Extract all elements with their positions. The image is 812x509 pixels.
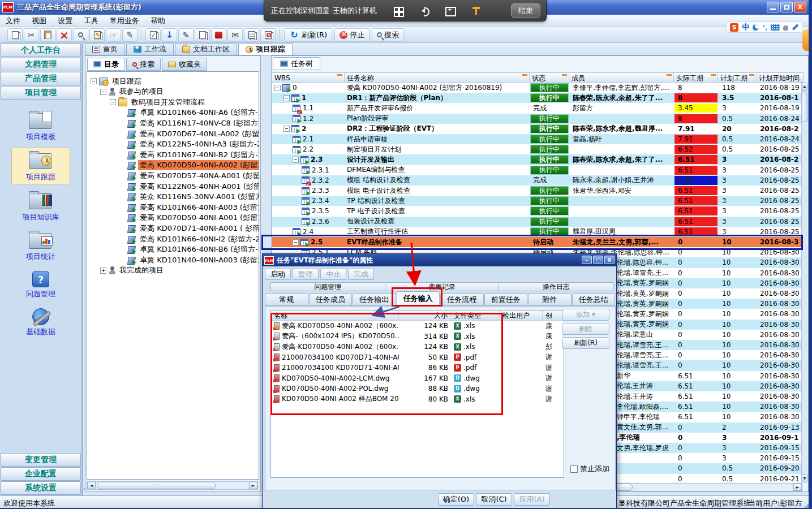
dialog-tab[interactable]: 附件	[528, 294, 572, 306]
toolbar-button-delete[interactable]	[57, 28, 72, 42]
pin-icon[interactable]	[471, 6, 482, 16]
language-indicator[interactable]: 中	[742, 22, 749, 32]
table-row[interactable]: 1.2Plan阶段评审执行中80.52016-08-24	[272, 114, 804, 124]
tree-node[interactable]: 卓翼 KD101N40-40NI-A003 (彭留方-20	[119, 255, 259, 265]
checkbox-icon[interactable]	[570, 465, 578, 473]
table-row[interactable]: 2.3.6包装设计及检查执行中6.5132016-08-25	[272, 217, 804, 227]
tree-node[interactable]: 数码项目开发管理流程	[110, 97, 207, 107]
file-column-header[interactable]: 名称	[271, 310, 399, 321]
dialog-close-button[interactable]: X	[604, 256, 615, 264]
toolbar-button-note[interactable]	[89, 28, 105, 42]
tree-node[interactable]: 爱高 KD122N5-40NH-A3 (彭留方-20160	[119, 139, 259, 150]
sidebar-item[interactable]: 项目跟踪	[11, 148, 70, 184]
column-header[interactable]: 成员	[569, 73, 674, 83]
tree-node[interactable]: 爱高 KD101N66-40NI-A003 (彭留方-20	[119, 202, 259, 213]
dialog-tab[interactable]: 任务成员	[309, 294, 353, 306]
scroll-up-icon[interactable]: ▲	[802, 83, 807, 90]
toolbar-button-find[interactable]	[73, 28, 88, 42]
toolbar-button-cut[interactable]	[24, 28, 39, 42]
sidebar-item[interactable]: 基础数据	[11, 305, 70, 339]
menu-item[interactable]: 视图	[26, 15, 52, 27]
scrollbar-thumb[interactable]	[802, 92, 807, 122]
dialog-tab[interactable]: 问题管理	[270, 282, 385, 291]
sidebar-section[interactable]: 企业配置	[1, 467, 81, 481]
tree-node[interactable]: 项目跟踪	[91, 76, 143, 87]
column-header[interactable]: 状态	[530, 73, 569, 83]
sidebar-item[interactable]: 项目知识库	[11, 188, 70, 224]
tree-node[interactable]: 爱高 KD070D50-40NI-A002 (彭留方-20	[119, 160, 259, 171]
volume-icon[interactable]	[419, 6, 430, 16]
dialog-tab[interactable]: 前置任务	[484, 294, 528, 306]
resize-grip[interactable]	[804, 501, 811, 508]
tree-tab-monitor[interactable]: 目录	[87, 58, 125, 71]
file-row[interactable]: KD070D50-40NI-A002-POL.dwg88 KBD.dwg谢	[271, 383, 564, 394]
toolbar-button-download[interactable]	[162, 28, 177, 42]
toolbar-button-edit[interactable]	[178, 28, 194, 42]
tree-node[interactable]: 英众 KD116N5-30NV-A001 (彭留方-201	[119, 192, 259, 202]
toolbar-button-copy-doc[interactable]	[195, 28, 210, 42]
table-row[interactable]: 2.3.2模组 结构设计及检查完成陈永求,余超,谢小娟,王井涛0.4632016…	[272, 175, 804, 186]
column-header[interactable]: WBS	[272, 73, 345, 83]
dialog-tab[interactable]: 常规	[265, 294, 308, 306]
scroll-down-icon[interactable]: ▼	[802, 475, 807, 482]
column-header[interactable]: 计划工期	[718, 73, 757, 83]
workspace-tab[interactable]: 项目跟踪	[238, 43, 293, 55]
end-remote-control-button[interactable]: 结束	[511, 3, 540, 18]
sidebar-item[interactable]: ?问题管理	[11, 268, 70, 301]
tab-task-tree[interactable]: 任务树	[273, 57, 320, 70]
table-row[interactable]: 2.3.1DFMEA编制与检查执行中6.5132016-08-25	[272, 165, 804, 175]
file-row[interactable]: 爱高-（600x1024 IPS）KD070D50...314 KBX.xls康	[271, 331, 564, 342]
tree-node[interactable]: 爱高 KD070D67-40NL-A002 (彭留方-2	[119, 128, 259, 139]
tree-tab-search[interactable]: 搜索	[126, 58, 161, 71]
menu-item[interactable]: 设置	[52, 15, 78, 27]
scroll-right-icon[interactable]: ►	[793, 484, 802, 491]
row-expander-icon[interactable]	[293, 157, 299, 163]
keyboard-icon[interactable]	[771, 24, 780, 31]
tree-node[interactable]: 爱高 KD101N66-40NI-I2 (彭留方-201	[119, 234, 259, 244]
tree-node[interactable]: 我完成的项目	[100, 265, 165, 276]
column-header[interactable]: 实际工期	[674, 73, 718, 83]
sidebar-section[interactable]: 变更管理	[1, 453, 81, 467]
dialog-tab[interactable]: 任务流程	[440, 294, 484, 306]
punct-icon[interactable]	[762, 23, 767, 31]
file-column-header[interactable]: 检出用户	[500, 310, 543, 321]
toolbar-button-paste[interactable]	[40, 28, 55, 42]
sidebar-section[interactable]: 项目管理	[1, 86, 81, 100]
forbid-add-checkbox[interactable]: 禁止添加	[570, 464, 609, 474]
tree-expander-icon[interactable]	[91, 78, 97, 84]
toolbar-button-search-glass[interactable]: 搜索	[372, 28, 404, 42]
workspace-tab[interactable]: 工作流	[126, 43, 174, 55]
sidebar-section[interactable]: 产品管理	[1, 72, 81, 85]
table-row[interactable]: 2.3.4TP 结构设计及检查执行中6.5132016-08-25	[272, 196, 804, 206]
tree-node[interactable]: 卓翼 KD101N66-40NI-B6 (彭留方-2016	[119, 244, 259, 255]
tree-node[interactable]: 爱高 KD101N67-40NI-B2 (彭留方-2016	[119, 149, 259, 160]
table-row[interactable]: 2.3.3模组 电子设计及检查执行中张君华,张西洋,邓安6.5132016-08…	[272, 186, 804, 196]
file-column-header[interactable]: 文件类型	[451, 310, 500, 321]
sogou-icon[interactable]: S	[730, 23, 738, 32]
toolbar-button-signature[interactable]	[122, 28, 138, 42]
table-row[interactable]: 2DR2：工程验证阶段（EVT）执行中陈春荣,陈永求,余超,魏君厚...7.91…	[272, 124, 804, 134]
sidebar-item[interactable]: 项目模板	[11, 108, 70, 144]
scroll-left-icon[interactable]: ◄	[87, 482, 96, 489]
row-expander-icon[interactable]	[274, 85, 281, 91]
tree-expander-icon[interactable]	[100, 89, 106, 95]
toolbar-button-doc-text[interactable]	[244, 28, 259, 42]
screens-icon[interactable]	[393, 6, 404, 16]
menu-item[interactable]: 文件	[0, 15, 26, 27]
tree-node[interactable]: 爱高 KD070D71-40NI-A001 ( 彭留方-2	[119, 223, 259, 234]
column-header[interactable]: 计划开始时间	[757, 73, 804, 83]
menu-item[interactable]: 工具	[78, 15, 104, 27]
dialog-minimize-button[interactable]: –	[582, 256, 592, 264]
ime-toolbar[interactable]: S 中	[726, 21, 803, 33]
workspace-tab[interactable]: 文档工作区	[175, 43, 237, 55]
row-expander-icon[interactable]	[283, 95, 290, 101]
screen-edge-widget[interactable]	[802, 29, 809, 51]
dialog-tab-active[interactable]: 任务输入	[397, 291, 440, 306]
file-row[interactable]: 210007034100 KD070D71-40NI-A0...50 KBP.p…	[271, 352, 564, 363]
dialog-tab[interactable]: 任务总结	[572, 294, 616, 306]
file-column-header[interactable]: 创	[543, 310, 564, 321]
row-expander-icon[interactable]	[283, 126, 290, 132]
table-row[interactable]: 2.1样品申请审核执行中雷晶,杨叶7.910.52016-08-24	[272, 134, 804, 144]
tree-node[interactable]: 卓翼 KD101N66-40NI-A6 (彭留方-2016	[119, 107, 259, 118]
window-icon[interactable]	[445, 6, 456, 16]
